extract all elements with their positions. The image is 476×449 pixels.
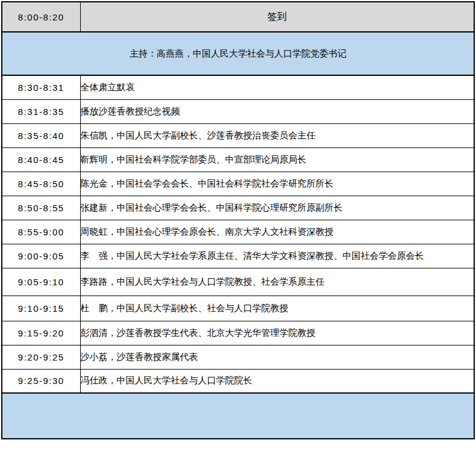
desc-cell: 播放沙莲香教授纪念视频	[80, 99, 474, 123]
schedule-row: 9:00-9:05 李 强，中国人民大学社会学系原主任、清华大学文科资深教授、中…	[2, 244, 474, 268]
time-cell: 9:25-9:30	[2, 369, 80, 393]
time-cell: 9:05-9:10	[2, 268, 80, 296]
time-cell: 9:00-9:05	[2, 244, 80, 268]
time-cell: 8:45-8:50	[2, 172, 80, 196]
desc-cell: 李路路，中国人民大学社会与人口学院教授、社会学系原主任	[80, 268, 474, 296]
schedule-table: 8:00-8:20 签到 主持：高燕燕，中国人民大学社会与人口学院党委书记 8:…	[1, 1, 475, 439]
time-cell: 9:15-9:20	[2, 321, 80, 345]
desc-cell: 彭泗清，沙莲香教授学生代表、北京大学光华管理学院教授	[80, 321, 474, 345]
time-cell: 8:50-8:55	[2, 196, 80, 220]
signin-time-cell: 8:00-8:20	[2, 2, 80, 32]
schedule-row: 8:45-8:50 陈光金，中国社会学会会长、中国社会科学院社会学研究所所长	[2, 172, 474, 196]
schedule-row: 8:55-9:00 周晓虹，中国社会心理学会原会长、南京大学人文社科资深教授	[2, 220, 474, 244]
desc-cell: 全体肃立默哀	[80, 75, 474, 99]
schedule-row: 9:25-9:30 冯仕政，中国人民大学社会与人口学院院长	[2, 369, 474, 393]
host-banner-row: 主持：高燕燕，中国人民大学社会与人口学院党委书记	[2, 32, 474, 75]
schedule-row: 9:20-9:25 沙小荔，沙莲香教授家属代表	[2, 345, 474, 369]
time-cell: 8:35-8:40	[2, 123, 80, 147]
schedule-row: 9:10-9:15 杜 鹏，中国人民大学副校长、社会与人口学院教授	[2, 296, 474, 321]
desc-cell: 靳辉明，中国社会科学院学部委员、中宣部理论局原局长	[80, 147, 474, 172]
schedule-row: 8:40-8:45 靳辉明，中国社会科学院学部委员、中宣部理论局原局长	[2, 147, 474, 172]
schedule-row: 8:31-8:35 播放沙莲香教授纪念视频	[2, 99, 474, 123]
schedule-row: 9:15-9:20 彭泗清，沙莲香教授学生代表、北京大学光华管理学院教授	[2, 321, 474, 345]
signin-row: 8:00-8:20 签到	[2, 2, 474, 32]
signin-label-cell: 签到	[80, 2, 474, 32]
time-cell: 8:31-8:35	[2, 99, 80, 123]
time-cell: 8:30-8:31	[2, 75, 80, 99]
footer-spacer-cell	[2, 393, 474, 439]
desc-cell: 陈光金，中国社会学会会长、中国社会科学院社会学研究所所长	[80, 172, 474, 196]
schedule-row: 8:30-8:31 全体肃立默哀	[2, 75, 474, 99]
desc-cell: 李 强，中国人民大学社会学系原主任、清华大学文科资深教授、中国社会学会原会长	[80, 244, 474, 268]
schedule-row: 9:05-9:10 李路路，中国人民大学社会与人口学院教授、社会学系原主任	[2, 268, 474, 296]
desc-cell: 张建新，中国社会心理学会会长、中国科学院心理研究所原副所长	[80, 196, 474, 220]
time-cell: 9:20-9:25	[2, 345, 80, 369]
schedule-row: 8:35-8:40 朱信凯，中国人民大学副校长、沙莲香教授治丧委员会主任	[2, 123, 474, 147]
desc-cell: 冯仕政，中国人民大学社会与人口学院院长	[80, 369, 474, 393]
desc-cell: 周晓虹，中国社会心理学会原会长、南京大学人文社科资深教授	[80, 220, 474, 244]
desc-cell: 沙小荔，沙莲香教授家属代表	[80, 345, 474, 369]
desc-cell: 朱信凯，中国人民大学副校长、沙莲香教授治丧委员会主任	[80, 123, 474, 147]
time-cell: 9:10-9:15	[2, 296, 80, 321]
time-cell: 8:55-9:00	[2, 220, 80, 244]
desc-cell: 杜 鹏，中国人民大学副校长、社会与人口学院教授	[80, 296, 474, 321]
host-text: 主持：高燕燕，中国人民大学社会与人口学院党委书记	[2, 32, 474, 75]
schedule-row: 8:50-8:55 张建新，中国社会心理学会会长、中国科学院心理研究所原副所长	[2, 196, 474, 220]
time-cell: 8:40-8:45	[2, 147, 80, 172]
footer-spacer-row	[2, 393, 474, 439]
